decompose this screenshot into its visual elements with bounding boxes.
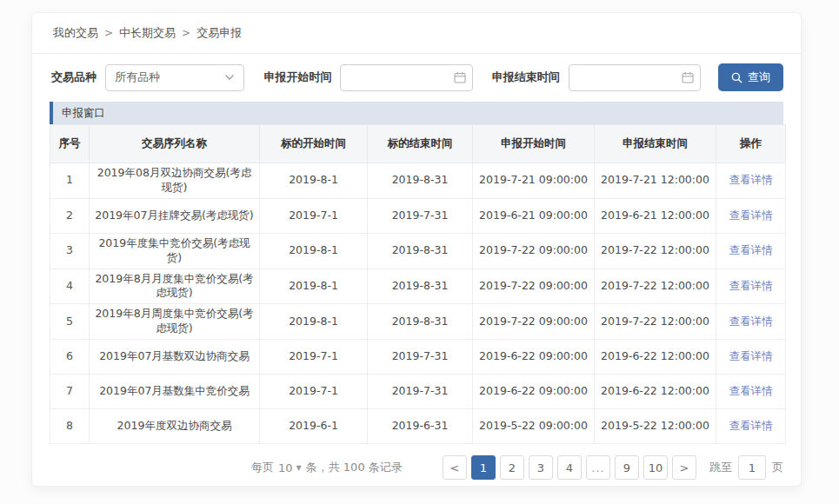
- cell-declare-start: 2019-7-21 09:00:00: [473, 163, 595, 199]
- calendar-icon[interactable]: [682, 71, 694, 83]
- declaration-table: 序号 交易序列名称 标的开始时间 标的结束时间 申报开始时间 申报结束时间 操作…: [50, 124, 786, 444]
- cell-series-name: 2019年07月挂牌交易(考虑现货): [90, 198, 260, 233]
- cell-series-name: 2019年度双边协商交易: [90, 409, 260, 444]
- search-icon: [731, 72, 742, 83]
- col-header-seq: 序号: [50, 125, 90, 163]
- table-row: 1 2019年08月双边协商交易(考虑现货) 2019-8-1 2019-8-3…: [50, 163, 786, 199]
- page-button-1[interactable]: 1: [471, 455, 496, 480]
- cell-declare-start: 2019-7-22 09:00:00: [473, 304, 595, 340]
- cell-seq: 7: [50, 375, 90, 409]
- jump-page-input[interactable]: [738, 455, 766, 480]
- cell-target-start: 2019-8-1: [260, 233, 368, 269]
- table-row: 6 2019年07月基数双边协商交易 2019-7-1 2019-7-31 20…: [50, 340, 786, 375]
- product-type-selected-value: 所有品种: [115, 70, 160, 85]
- cell-target-start: 2019-8-1: [260, 269, 368, 304]
- col-header-target-end: 标的结束时间: [368, 125, 473, 163]
- breadcrumb-item-trade-declaration: 交易申报: [196, 25, 242, 41]
- next-page-button[interactable]: >: [672, 455, 696, 480]
- cell-declare-end: 2019-7-22 12:00:00: [595, 304, 716, 340]
- cell-target-start: 2019-8-1: [260, 304, 368, 340]
- view-details-link[interactable]: 查看详情: [729, 419, 773, 432]
- declare-start-field: [340, 64, 472, 91]
- page-button-2[interactable]: 2: [500, 455, 524, 480]
- table-row: 8 2019年度双边协商交易 2019-6-1 2019-6-31 2019-5…: [50, 409, 786, 444]
- cell-action: 查看详情: [716, 375, 786, 409]
- page-ellipsis: ...: [586, 455, 610, 480]
- cell-declare-start: 2019-6-22 09:00:00: [473, 375, 595, 409]
- page-button-4[interactable]: 4: [557, 455, 582, 480]
- section-title: 申报窗口: [62, 106, 105, 121]
- pagination: < 1 2 3 4 ... 9 10 > 跳至 页: [443, 455, 783, 480]
- view-details-link[interactable]: 查看详情: [729, 279, 773, 292]
- cell-declare-end: 2019-7-22 12:00:00: [595, 233, 716, 269]
- total-records-text: 条，共 100 条记录: [306, 460, 403, 475]
- cell-target-end: 2019-6-31: [368, 409, 473, 444]
- breadcrumb-separator: >: [104, 27, 113, 39]
- cell-seq: 1: [50, 163, 90, 199]
- col-header-action: 操作: [716, 125, 786, 163]
- cell-declare-start: 2019-6-22 09:00:00: [473, 340, 595, 375]
- breadcrumb-separator: >: [182, 27, 190, 39]
- table-header-row: 序号 交易序列名称 标的开始时间 标的结束时间 申报开始时间 申报结束时间 操作: [50, 125, 786, 163]
- jump-label: 跳至: [709, 460, 732, 475]
- per-page-control: 每页 10 ▼ 条，共 100 条记录: [251, 460, 403, 475]
- cell-action: 查看详情: [716, 163, 786, 199]
- cell-series-name: 2019年度集中竞价交易(考虑现货): [90, 233, 260, 269]
- view-details-link[interactable]: 查看详情: [729, 243, 773, 256]
- cell-target-end: 2019-8-31: [368, 163, 473, 199]
- view-details-link[interactable]: 查看详情: [729, 384, 773, 397]
- section-header-declaration-window: 申报窗口: [50, 102, 783, 124]
- cell-seq: 4: [50, 269, 90, 304]
- view-details-link[interactable]: 查看详情: [729, 209, 773, 222]
- table-row: 7 2019年07月基数集中竞价交易 2019-7-1 2019-7-31 20…: [50, 375, 786, 409]
- view-details-link[interactable]: 查看详情: [729, 173, 773, 186]
- search-button-label: 查询: [748, 70, 770, 85]
- col-header-name: 交易序列名称: [90, 125, 260, 163]
- cell-seq: 8: [50, 409, 90, 444]
- cell-declare-start: 2019-7-22 09:00:00: [473, 269, 595, 304]
- chevron-down-icon: [224, 74, 235, 81]
- cell-target-end: 2019-7-31: [368, 198, 473, 233]
- page-button-3[interactable]: 3: [529, 455, 553, 480]
- page-button-9[interactable]: 9: [615, 455, 639, 480]
- cell-action: 查看详情: [716, 233, 786, 269]
- product-type-select[interactable]: 所有品种: [105, 64, 244, 91]
- cell-target-end: 2019-7-31: [368, 375, 473, 409]
- cell-declare-end: 2019-6-21 12:00:00: [595, 198, 716, 233]
- per-page-select[interactable]: 10 ▼: [278, 461, 302, 474]
- cell-series-name: 2019年8月月度集中竞价交易(考虑现货): [90, 269, 260, 304]
- cell-action: 查看详情: [716, 409, 786, 444]
- cell-target-start: 2019-8-1: [260, 163, 368, 199]
- cell-seq: 2: [50, 198, 90, 233]
- trade-declaration-card: 我的交易 > 中长期交易 > 交易申报 交易品种 所有品种 申报开始时间 申报结…: [31, 12, 802, 487]
- per-page-prefix: 每页: [251, 460, 274, 475]
- cell-series-name: 2019年07月基数集中竞价交易: [90, 375, 260, 409]
- caret-down-icon: ▼: [296, 464, 302, 472]
- cell-seq: 6: [50, 340, 90, 375]
- filter-bar: 交易品种 所有品种 申报开始时间 申报结束时间 查询: [32, 54, 801, 100]
- cell-action: 查看详情: [716, 269, 786, 304]
- prev-page-button[interactable]: <: [443, 455, 467, 480]
- calendar-icon[interactable]: [454, 71, 466, 83]
- view-details-link[interactable]: 查看详情: [729, 315, 773, 328]
- breadcrumb-item-my-trades[interactable]: 我的交易: [53, 25, 98, 41]
- table-row: 4 2019年8月月度集中竞价交易(考虑现货) 2019-8-1 2019-8-…: [50, 269, 786, 304]
- cell-target-start: 2019-6-1: [260, 409, 368, 444]
- declare-end-field: [569, 64, 701, 91]
- cell-target-end: 2019-8-31: [368, 304, 473, 340]
- cell-declare-end: 2019-6-22 12:00:00: [595, 340, 716, 375]
- jump-suffix: 页: [772, 460, 783, 475]
- view-details-link[interactable]: 查看详情: [729, 349, 773, 362]
- search-button[interactable]: 查询: [718, 63, 783, 91]
- per-page-value: 10: [278, 461, 293, 474]
- breadcrumb-item-mid-long-term[interactable]: 中长期交易: [119, 25, 176, 41]
- table-row: 2 2019年07月挂牌交易(考虑现货) 2019-7-1 2019-7-31 …: [50, 198, 786, 233]
- cell-declare-start: 2019-5-22 09:00:00: [473, 409, 595, 444]
- cell-target-end: 2019-8-31: [368, 233, 473, 269]
- page-button-10[interactable]: 10: [643, 455, 668, 480]
- cell-action: 查看详情: [716, 304, 786, 340]
- cell-series-name: 2019年8月周度集中竞价交易(考虑现货): [90, 304, 260, 340]
- cell-declare-end: 2019-5-22 12:00:00: [595, 409, 716, 444]
- col-header-declare-end: 申报结束时间: [595, 125, 716, 163]
- cell-declare-start: 2019-7-22 09:00:00: [473, 233, 595, 269]
